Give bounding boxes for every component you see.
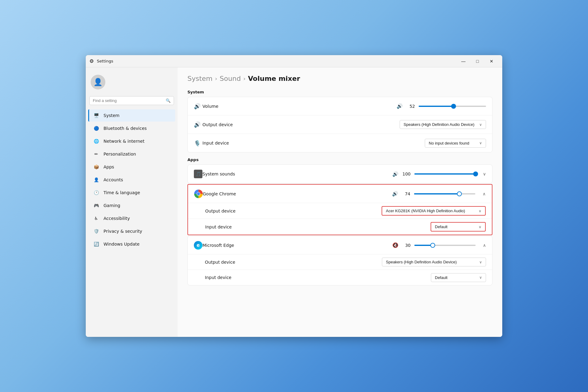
sidebar-item-accessibility[interactable]: ♿ Accessibility <box>88 212 175 224</box>
microsoft-edge-slider-thumb <box>430 243 435 248</box>
volume-slider[interactable] <box>419 106 486 107</box>
edge-input-device-label: Input device <box>205 275 431 280</box>
breadcrumb-current: Volume mixer <box>248 75 300 82</box>
input-device-right: No input devices found ∨ <box>425 139 486 148</box>
system-sounds-row: 🎵 System sounds 🔊 100 ∨ <box>188 165 492 183</box>
sidebar-item-time[interactable]: 🕐 Time & language <box>88 187 175 199</box>
accounts-icon: 👤 <box>93 177 99 183</box>
microsoft-edge-row: e Microsoft Edge 🔇 30 ∧ <box>188 236 492 254</box>
maximize-button[interactable]: □ <box>470 56 484 66</box>
input-device-dropdown[interactable]: No input devices found ∨ <box>425 139 486 148</box>
sidebar-item-bluetooth[interactable]: 🔵 Bluetooth & devices <box>88 122 175 134</box>
output-device-selected: Speakers (High Definition Audio Device) <box>404 122 474 127</box>
sidebar: 👤 🔍 🖥️ System 🔵 Bluetooth & devices 🌐 Ne… <box>86 67 178 337</box>
system-card: 🔊 Volume 🔊 52 🔊 Output device <box>187 97 492 153</box>
system-sounds-card: 🎵 System sounds 🔊 100 ∨ <box>187 164 492 183</box>
network-icon: 🌐 <box>93 138 99 144</box>
sidebar-item-system[interactable]: 🖥️ System <box>88 109 175 122</box>
sidebar-item-personalization[interactable]: ✏️ Personalization <box>88 148 175 160</box>
title-bar: ⚙️ Settings — □ ✕ <box>86 55 502 67</box>
search-box[interactable]: 🔍 <box>89 96 174 105</box>
apps-section-label: Apps <box>187 157 492 162</box>
microsoft-edge-controls: 🔇 30 ∧ <box>392 242 486 248</box>
sidebar-item-accounts[interactable]: 👤 Accounts <box>88 174 175 186</box>
system-section-label: System <box>187 90 492 94</box>
volume-slider-thumb <box>451 104 456 109</box>
sidebar-item-label-personalization: Personalization <box>104 152 136 156</box>
sidebar-item-update[interactable]: 🔄 Windows Update <box>88 238 175 250</box>
sidebar-item-gaming[interactable]: 🎮 Gaming <box>88 199 175 212</box>
edge-output-device-selected: Speakers (High Definition Audio Device) <box>386 260 457 264</box>
minimize-button[interactable]: — <box>456 56 470 66</box>
microsoft-edge-icon: e <box>194 241 202 250</box>
update-icon: 🔄 <box>93 241 99 247</box>
sidebar-item-network[interactable]: 🌐 Network & internet <box>88 135 175 147</box>
sidebar-item-label-system: System <box>104 113 119 118</box>
system-sounds-controls: 🔊 100 ∨ <box>392 171 486 177</box>
settings-logo-icon: ⚙️ <box>89 58 94 64</box>
volume-label: Volume <box>202 104 397 109</box>
chrome-input-device-selected: Default <box>435 224 447 229</box>
sidebar-item-label-gaming: Gaming <box>104 203 120 208</box>
accessibility-icon: ♿ <box>93 215 99 221</box>
apps-icon: 📦 <box>93 164 99 170</box>
gaming-icon: 🎮 <box>93 202 99 209</box>
chrome-output-device-label: Output device <box>205 209 382 213</box>
breadcrumb-sound[interactable]: Sound <box>220 75 241 82</box>
search-input[interactable] <box>93 98 163 103</box>
volume-speaker-icon: 🔊 <box>397 103 403 109</box>
output-device-right: Speakers (High Definition Audio Device) … <box>400 120 486 129</box>
chrome-input-device-row: Input device Default ∨ <box>188 219 492 235</box>
edge-input-device-dropdown[interactable]: Default ∨ <box>431 273 486 282</box>
google-chrome-app-icon <box>194 190 203 198</box>
breadcrumb-system[interactable]: System <box>187 75 213 82</box>
volume-row: 🔊 Volume 🔊 52 <box>188 97 492 115</box>
input-device-row: 🎙️ Input device No input devices found ∨ <box>188 134 492 152</box>
edge-output-device-chevron-icon: ∨ <box>479 260 482 264</box>
google-chrome-label: Google Chrome <box>203 191 392 196</box>
google-chrome-slider-thumb <box>457 191 462 196</box>
system-sounds-volume-icon: 🔊 <box>392 171 398 177</box>
system-sounds-chevron-icon[interactable]: ∨ <box>483 172 486 176</box>
output-device-label: Output device <box>202 122 400 127</box>
google-chrome-card: Google Chrome 🔊 74 ∧ O <box>187 184 492 235</box>
sidebar-item-label-accessibility: Accessibility <box>104 216 130 221</box>
input-device-chevron-icon: ∨ <box>479 141 482 145</box>
chrome-input-device-dropdown[interactable]: Default ∨ <box>431 222 486 232</box>
volume-row-icon: 🔊 <box>194 103 202 109</box>
sidebar-item-label-accounts: Accounts <box>104 177 123 182</box>
sidebar-item-label-network: Network & internet <box>104 139 145 144</box>
system-sounds-slider[interactable] <box>414 173 476 175</box>
edge-input-device-selected: Default <box>435 275 447 280</box>
chrome-output-device-chevron-icon: ∨ <box>479 209 481 213</box>
personalization-icon: ✏️ <box>93 151 99 157</box>
close-button[interactable]: ✕ <box>484 56 499 66</box>
sidebar-item-label-time: Time & language <box>104 190 140 195</box>
system-icon: 🖥️ <box>93 112 99 119</box>
microsoft-edge-slider[interactable] <box>414 245 476 246</box>
microsoft-edge-label: Microsoft Edge <box>202 243 392 248</box>
breadcrumb-sep-1: › <box>215 75 217 82</box>
breadcrumb-sep-2: › <box>243 75 246 82</box>
system-sounds-slider-thumb <box>473 172 478 176</box>
avatar: 👤 <box>91 75 105 89</box>
microsoft-edge-volume-value: 30 <box>402 243 411 248</box>
sidebar-item-apps[interactable]: 📦 Apps <box>88 161 175 173</box>
edge-output-device-right: Speakers (High Definition Audio Device) … <box>382 258 486 266</box>
google-chrome-expand-icon[interactable]: ∧ <box>483 191 486 196</box>
chrome-input-device-chevron-icon: ∨ <box>479 225 481 229</box>
edge-input-device-chevron-icon: ∨ <box>479 275 482 280</box>
output-device-dropdown[interactable]: Speakers (High Definition Audio Device) … <box>400 120 486 129</box>
volume-value: 52 <box>406 104 415 109</box>
chrome-output-device-dropdown[interactable]: Acer KG281K (NVIDIA High Definition Audi… <box>382 206 486 216</box>
output-device-chevron-icon: ∨ <box>479 123 482 127</box>
google-chrome-controls: 🔊 74 ∧ <box>392 191 486 197</box>
microsoft-edge-expand-icon[interactable]: ∧ <box>483 243 486 248</box>
microsoft-edge-volume-icon: 🔇 <box>392 242 398 248</box>
google-chrome-slider[interactable] <box>414 193 475 194</box>
chrome-input-device-right: Default ∨ <box>431 222 486 232</box>
edge-output-device-label: Output device <box>205 260 382 265</box>
time-icon: 🕐 <box>93 190 99 196</box>
edge-output-device-dropdown[interactable]: Speakers (High Definition Audio Device) … <box>382 258 486 266</box>
sidebar-item-privacy[interactable]: 🛡️ Privacy & security <box>88 225 175 237</box>
